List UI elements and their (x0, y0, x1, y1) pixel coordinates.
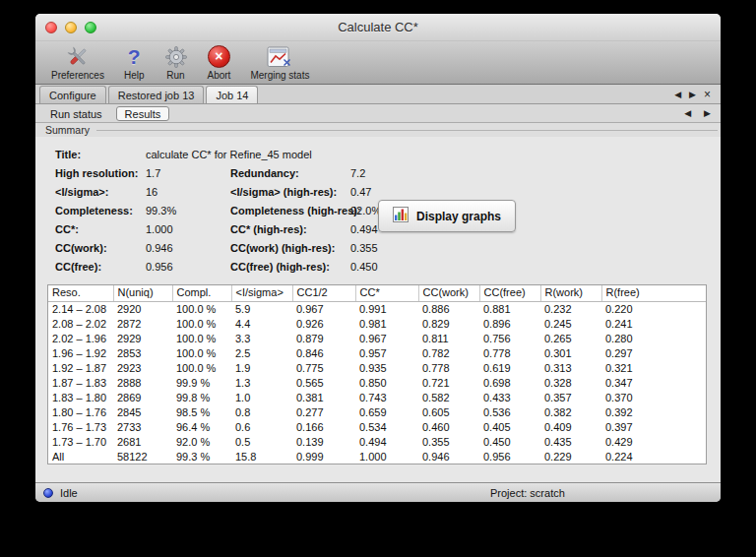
table-cell: 15.8 (231, 449, 292, 464)
table-cell: 100.0 % (172, 316, 231, 331)
table-cell: 1.73 – 1.70 (48, 434, 113, 449)
table-cell: 0.698 (479, 375, 540, 390)
subtab-scroll-right-icon[interactable]: ▶ (700, 104, 715, 122)
summary-label: CC* (high-res): (230, 223, 350, 235)
subtab-run-status[interactable]: Run status (41, 106, 111, 121)
table-cell: 4.4 (231, 316, 292, 331)
table-cell: 0.429 (601, 434, 706, 449)
table-cell: 99.8 % (172, 390, 231, 404)
table-cell: 2853 (113, 345, 172, 360)
column-header[interactable]: CC(work) (418, 285, 479, 301)
table-cell: 58122 (113, 449, 172, 464)
summary-label: CC(free) (high-res): (230, 261, 350, 273)
column-header[interactable]: <I/sigma> (231, 285, 292, 301)
column-header[interactable]: CC(free) (479, 285, 540, 301)
table-row[interactable]: 1.73 – 1.70268192.0 %0.50.1390.4940.3550… (48, 434, 706, 449)
subtab-results[interactable]: Results (116, 106, 170, 121)
table-cell: 0.381 (292, 390, 355, 404)
table-row[interactable]: 1.83 – 1.80286999.8 %1.00.3810.7430.5820… (48, 390, 706, 404)
table-cell: 0.879 (292, 331, 355, 345)
table-cell: 0.355 (418, 434, 479, 449)
table-row[interactable]: 1.92 – 1.872923100.0 %1.90.7750.9350.778… (48, 360, 706, 375)
summary-label: <I/sigma> (high-res): (230, 186, 350, 198)
preferences-button[interactable]: Preferences (47, 42, 108, 82)
window-chrome: Calculate CC* (35, 14, 721, 85)
column-header[interactable]: CC* (355, 285, 418, 301)
table-row[interactable]: 1.87 – 1.83288899.9 %1.30.5650.8500.7210… (48, 375, 706, 390)
table-cell: 1.3 (231, 375, 292, 390)
summary-value: 0.47 (350, 186, 701, 198)
abort-button[interactable]: × Abort (204, 42, 235, 82)
summary-label: Completeness: (55, 205, 146, 217)
table-row[interactable]: 2.14 – 2.082920100.0 %5.90.9670.9910.886… (48, 301, 706, 316)
table-cell: 0.397 (601, 419, 706, 434)
table-row[interactable]: 1.80 – 1.76284598.5 %0.80.2770.6590.6050… (48, 404, 706, 419)
column-header[interactable]: R(free) (601, 285, 706, 301)
run-button[interactable]: Run (160, 42, 192, 82)
table-cell: 2.14 – 2.08 (48, 301, 113, 316)
table-cell: 100.0 % (172, 345, 231, 360)
column-header[interactable]: Reso. (48, 285, 113, 301)
table-cell: 0.957 (355, 345, 418, 360)
column-header[interactable]: Compl. (172, 285, 231, 301)
table-cell: 0.829 (418, 316, 479, 331)
summary-value: 0.355 (350, 242, 701, 254)
table-cell: 0.232 (540, 301, 601, 316)
table-cell: 2888 (113, 375, 172, 390)
toolbar: Preferences ? Help (35, 41, 721, 84)
table-cell: 0.778 (418, 360, 479, 375)
table-row[interactable]: 1.76 – 1.73273396.4 %0.60.1660.5340.4600… (48, 419, 706, 434)
table-cell: 0.756 (479, 331, 540, 345)
table-cell: 99.9 % (172, 375, 231, 390)
project-label: Project: scratch (490, 487, 565, 499)
titlebar[interactable]: Calculate CC* (35, 14, 721, 41)
merging-stats-button[interactable]: Merging stats (246, 42, 313, 82)
summary-title-value: calculate CC* for Refine_45 model (146, 149, 701, 160)
table-cell: 0.450 (479, 434, 540, 449)
tab-job-14[interactable]: Job 14 (206, 86, 258, 103)
tab-configure[interactable]: Configure (39, 86, 106, 103)
table-cell: 0.886 (418, 301, 479, 316)
summary-label: Redundancy: (230, 167, 350, 179)
table-row[interactable]: 2.02 – 1.962929100.0 %3.30.8790.9670.811… (48, 331, 706, 345)
tab-restored-job-13[interactable]: Restored job 13 (108, 86, 205, 103)
tab-close-icon[interactable]: × (700, 86, 715, 103)
help-question-icon: ? (128, 43, 141, 70)
column-header[interactable]: R(work) (540, 285, 601, 301)
zoom-window-button[interactable] (85, 22, 96, 33)
table-row[interactable]: All5812299.3 %15.80.9991.0000.9460.9560.… (48, 449, 706, 464)
table-cell: 98.5 % (172, 404, 231, 419)
toolbar-item-label: Preferences (51, 70, 104, 81)
table-cell: 0.565 (292, 375, 355, 390)
close-window-button[interactable] (45, 22, 57, 33)
status-text: Idle (60, 487, 78, 499)
column-header[interactable]: CC1/2 (292, 285, 355, 301)
results-panel: Title: calculate CC* for Refine_45 model… (35, 137, 721, 482)
tab-scroll-left-icon[interactable]: ◀ (670, 86, 685, 103)
table-cell: 1.9 (231, 360, 292, 375)
table-row[interactable]: 1.96 – 1.922853100.0 %2.50.8460.9570.782… (48, 345, 706, 360)
table-cell: 1.83 – 1.80 (48, 390, 113, 404)
table-cell: 100.0 % (172, 331, 231, 345)
column-header[interactable]: N(uniq) (113, 285, 172, 301)
table-cell: 0.935 (355, 360, 418, 375)
table-cell: 2.08 – 2.02 (48, 316, 113, 331)
summary-label: High resolution: (55, 167, 146, 179)
display-graphs-button[interactable]: Display graphs (378, 200, 516, 232)
table-cell: 0.619 (479, 360, 540, 375)
table-cell: 1.87 – 1.83 (48, 375, 113, 390)
tab-scroll-right-icon[interactable]: ▶ (685, 86, 700, 103)
table-row[interactable]: 2.08 – 2.022872100.0 %4.40.9260.9810.829… (48, 316, 706, 331)
tab-label: Restored job 13 (118, 90, 195, 101)
table-cell: 2733 (113, 419, 172, 434)
app-window: Calculate CC* (35, 14, 721, 502)
table-cell: 0.435 (540, 434, 601, 449)
table-cell: 99.3 % (172, 449, 231, 464)
minimize-window-button[interactable] (65, 22, 77, 33)
table-cell: 3.3 (231, 331, 292, 345)
subtab-scroll-left-icon[interactable]: ◀ (680, 104, 695, 122)
table-cell: 0.5 (231, 434, 292, 449)
table-cell: 2.02 – 1.96 (48, 331, 113, 345)
help-button[interactable]: ? Help (120, 42, 149, 82)
summary-label: CC(work) (high-res): (230, 242, 350, 254)
